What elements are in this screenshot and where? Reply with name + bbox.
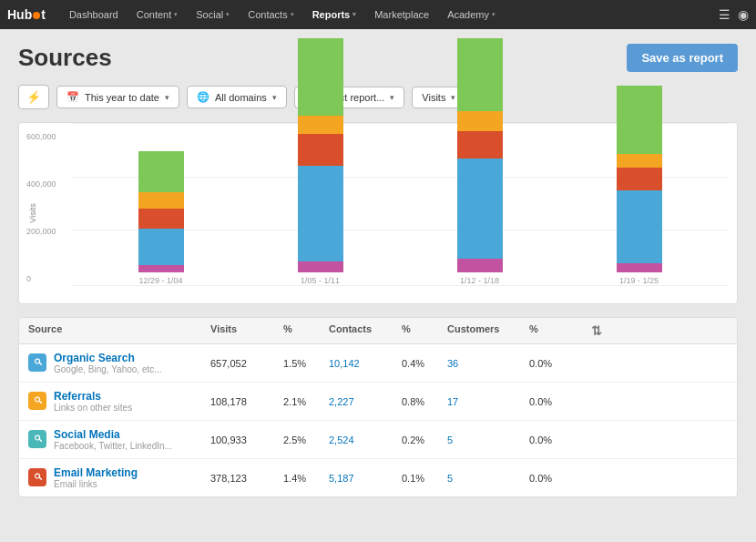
customers-2[interactable]: 5 [447,435,529,445]
contacts-0[interactable]: 10,142 [329,358,402,369]
metric-chevron: ▾ [451,93,455,102]
nav-contacts[interactable]: Contacts▾ [239,0,302,29]
visits-2: 100,933 [210,435,283,445]
source-cell-0: Organic Search Google, Bing, Yahoo, etc.… [28,352,210,374]
customers-0[interactable]: 36 [447,358,529,369]
source-icon-referrals [28,392,46,410]
contacts-pct-3: 0.1% [402,473,447,484]
logo: Hubt [7,7,46,22]
filter-icon-button[interactable]: ⚡ [18,85,49,109]
bar-seg-orange-3 [617,154,662,168]
date-range-filter[interactable]: 📅 This year to date ▾ [56,86,179,108]
source-name-email[interactable]: Email Marketing [54,466,138,479]
contacts-pct-0: 0.4% [402,358,447,369]
source-name-referrals[interactable]: Referrals [54,390,132,403]
table-row: Social Media Facebook, Twitter, LinkedIn… [19,421,737,459]
chart-container: Visits 600,000 400,000 200,000 0 [18,122,738,304]
nav-dashboard[interactable]: Dashboard [60,0,128,29]
table-row: Email Marketing Email links 378,123 1.4%… [19,459,737,496]
table-header: Source Visits % Contacts % Customers % ⇅ [19,318,737,344]
bar-seg-orange-2 [457,111,503,131]
col-contacts-pct: % [402,323,447,338]
bar-seg-red-3 [617,168,662,190]
table-row: Organic Search Google, Bing, Yahoo, etc.… [19,344,737,383]
academy-chevron: ▾ [492,11,495,18]
contacts-pct-1: 0.8% [402,396,447,407]
source-name-organic[interactable]: Organic Search [54,352,162,364]
customers-pct-3: 0.0% [529,473,575,484]
table-row: Referrals Links on other sites 108,178 2… [19,383,737,421]
bar-label-1: 1/05 - 1/11 [301,276,340,285]
nav-academy[interactable]: Academy▾ [438,0,505,29]
contacts-pct-2: 0.2% [402,435,447,445]
bar-seg-red-0 [138,209,184,229]
nav-social[interactable]: Social▾ [187,0,239,29]
page-title: Sources [18,44,112,72]
customers-1[interactable]: 17 [447,396,529,407]
bar-stack-3 [617,86,662,272]
content-chevron: ▾ [174,11,178,18]
source-desc-email: Email links [54,479,138,489]
source-cell-1: Referrals Links on other sites [28,390,210,413]
bar-seg-green-3 [617,86,662,154]
bars-area: 12/29 - 1/04 1/05 - 1/11 [72,123,728,285]
calendar-icon: 📅 [66,91,79,103]
nav-right: ☰ ◉ [719,7,749,22]
organic-search-svg [32,357,43,368]
visits-pct-0: 1.5% [283,358,329,369]
domain-chevron: ▾ [272,93,277,102]
bar-label-3: 1/19 - 1/25 [619,276,659,285]
customers-3[interactable]: 5 [447,473,529,484]
navbar: Hubt Dashboard Content▾ Social▾ Contacts… [0,0,756,29]
visits-3: 378,123 [210,473,283,484]
page-header: Sources Save as report [18,44,738,72]
reports-chevron: ▾ [352,11,356,18]
y-label-600k: 600,000 [26,132,56,141]
contacts-chevron: ▾ [291,11,294,18]
visits-pct-1: 2.1% [283,396,329,407]
report-chevron: ▾ [390,93,394,102]
bar-seg-purple-0 [138,265,184,272]
y-labels: 600,000 400,000 200,000 0 [26,132,56,283]
bar-seg-red-1 [298,134,343,166]
menu-icon[interactable]: ☰ [719,7,730,22]
contacts-1[interactable]: 2,227 [329,396,402,407]
y-label-200k: 200,000 [26,227,56,236]
source-info-email: Email Marketing Email links [54,466,138,489]
bar-seg-green-2 [457,38,503,111]
source-icon-organic [28,353,46,372]
save-report-button[interactable]: Save as report [627,44,738,72]
nav-reports[interactable]: Reports▾ [303,0,366,29]
bar-seg-blue-3 [617,190,662,263]
user-icon[interactable]: ◉ [738,7,749,22]
social-chevron: ▾ [226,11,230,18]
sort-icon[interactable]: ⇅ [591,323,602,338]
source-desc-social: Facebook, Twitter, LinkedIn... [54,441,172,451]
bar-seg-purple-2 [457,259,503,272]
bar-seg-green-1 [298,38,343,116]
logo-text: Hubt [7,7,46,22]
visits-0: 657,052 [210,358,283,369]
source-cell-2: Social Media Facebook, Twitter, LinkedIn… [28,428,210,451]
source-name-social[interactable]: Social Media [54,428,172,441]
date-chevron: ▾ [165,93,169,102]
col-visits-pct: % [283,323,329,338]
data-table: Source Visits % Contacts % Customers % ⇅… [18,317,738,497]
nav-content[interactable]: Content▾ [128,0,188,29]
y-label-0: 0 [26,274,56,283]
bar-label-0: 12/29 - 1/04 [138,276,182,285]
globe-icon: 🌐 [197,91,209,103]
domain-filter[interactable]: 🌐 All domains ▾ [187,86,287,108]
contacts-3[interactable]: 5,187 [329,473,402,484]
source-info-organic: Organic Search Google, Bing, Yahoo, etc.… [54,352,162,374]
bar-seg-blue-0 [138,229,184,265]
nav-links: Dashboard Content▾ Social▾ Contacts▾ Rep… [60,0,719,29]
y-label-400k: 400,000 [26,179,56,189]
nav-marketplace[interactable]: Marketplace [365,0,438,29]
source-info-social: Social Media Facebook, Twitter, LinkedIn… [54,428,172,451]
bar-group-1: 1/05 - 1/11 [298,38,343,285]
customers-pct-1: 0.0% [529,396,575,407]
bar-label-2: 1/12 - 1/18 [460,276,499,285]
bar-seg-orange-1 [298,116,343,134]
contacts-2[interactable]: 2,524 [329,435,402,445]
